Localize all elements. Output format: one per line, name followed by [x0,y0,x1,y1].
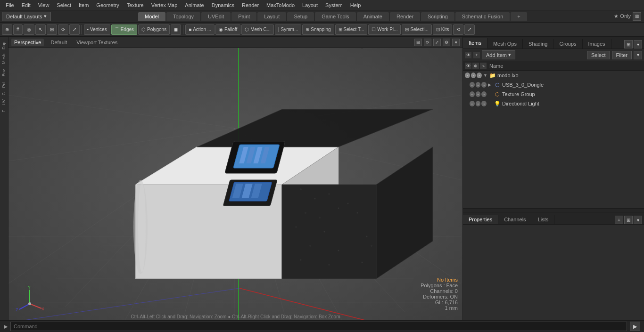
tool-mesh-component[interactable]: ⬡ Mesh C... [241,24,274,35]
expand-icon-1[interactable]: ▶ [488,82,493,87]
tool-edges[interactable]: ⌒ Edges [111,24,137,35]
tab-groups[interactable]: Groups [553,39,582,49]
sidebar-tab-mesh[interactable]: Mesh [0,52,8,66]
eye-col-1[interactable]: 👁 [465,52,471,58]
layout-selector[interactable]: Default Layouts ▾ [2,12,51,21]
row-eye-0[interactable]: • [465,73,470,78]
prop-expand-icon[interactable]: ⊞ [624,216,633,224]
tab-model[interactable]: Model [138,12,165,21]
tab-render[interactable]: Render [390,12,420,21]
menu-texture[interactable]: Texture [123,1,148,9]
row-eye-6[interactable]: • [470,91,475,97]
tab-animate[interactable]: Animate [357,12,389,21]
tool-work-plane[interactable]: ☐ Work Pl... [368,24,401,35]
tool-vertices[interactable]: • Vertices [84,24,110,35]
sidebar-tab-c[interactable]: C [0,90,8,97]
list-item-usb-dongle[interactable]: • • • ▶ ⬡ USB_3_0_Dongle [463,80,644,89]
tool-transform-icon[interactable]: ⊞ [47,24,57,35]
add-item-button[interactable]: Add Item ▾ [482,50,515,59]
maximize-icon[interactable]: ⊠ [633,12,641,21]
viewport-tab-default[interactable]: Default [48,39,70,46]
menu-file[interactable]: File [2,1,18,9]
row-eye-1[interactable]: • [471,73,476,78]
row-eye-4[interactable]: • [476,82,481,88]
tool-nav-2[interactable]: ⤢ [464,24,475,35]
tab-shading[interactable]: Shading [523,39,553,49]
row-eye-5[interactable]: • [481,82,487,88]
menu-edit[interactable]: Edit [18,1,34,9]
tab-images[interactable]: Images [583,39,611,49]
sidebar-tab-dup[interactable]: Dup. [0,39,8,51]
tab-paint[interactable]: Paint [231,12,256,21]
command-input[interactable] [10,322,627,331]
menu-layout[interactable]: Layout [298,1,322,9]
vp-fit-btn[interactable]: ⊞ [414,39,422,46]
tool-grid-icon[interactable]: # [13,24,23,35]
items-expand-icon[interactable]: ⊞ [624,40,633,49]
tool-rotate-icon[interactable]: ⟳ [58,24,68,35]
tool-polygons[interactable]: ⬡ Polygons [138,24,170,35]
viewport-tab-textures[interactable]: Viewport Textures [74,39,120,46]
row-eye-7[interactable]: • [476,91,481,97]
menu-vertex-map[interactable]: Vertex Map [148,1,182,9]
tab-mesh-ops[interactable]: Mesh Ops [487,39,523,49]
list-item-directional-light[interactable]: • • • 💡 Directional Light [463,99,644,108]
cmd-run-btn[interactable]: ▶ [630,322,640,331]
sidebar-tab-uv[interactable]: UV [0,97,8,107]
sidebar-tab-pol[interactable]: Pol. [0,79,8,90]
menu-maxtomode[interactable]: MaxToModo [263,1,298,9]
menu-system[interactable]: System [322,1,347,9]
tab-game-tools[interactable]: Game Tools [315,12,356,21]
vp-more-btn[interactable]: ▾ [452,39,460,46]
row-eye-8[interactable]: • [481,91,487,97]
row-eye-11[interactable]: • [481,101,487,106]
viewport-tab-perspective[interactable]: Perspective [11,39,44,46]
col-eye-2[interactable]: ⊕ [472,63,479,69]
prop-more-icon[interactable]: ▾ [634,216,642,224]
canvas-area[interactable]: No Items Polygons : Face Channels: 0 Def… [8,48,462,320]
menu-help[interactable]: Help [347,1,365,9]
list-item-modo-lxo[interactable]: • • • ▼ 📁 modo.lxo [463,71,644,80]
tab-lists[interactable]: Lists [532,215,555,224]
row-eye-10[interactable]: • [476,101,481,106]
tab-schematic-fusion[interactable]: Schematic Fusion [455,12,510,21]
row-eye-3[interactable]: • [470,82,475,88]
list-item-texture-group[interactable]: • • • ⬡ Texture Group [463,89,644,99]
vp-zoom-btn[interactable]: ⤢ [433,39,441,46]
menu-render[interactable]: Render [238,1,263,9]
items-more-icon[interactable]: ▾ [634,40,642,49]
vp-settings-btn[interactable]: ⚙ [443,39,450,46]
menu-geometry[interactable]: Geometry [92,1,123,9]
prop-plus-btn[interactable]: + [615,216,623,224]
tab-setup[interactable]: Setup [287,12,314,21]
sidebar-tab-env[interactable]: Env. [0,66,8,78]
tool-nav-1[interactable]: ⟲ [453,24,463,35]
tool-material[interactable]: ◼ [171,24,181,35]
menu-view[interactable]: View [34,1,53,9]
tool-snap-icon[interactable]: ⊕ [2,24,12,35]
tab-layout[interactable]: Layout [257,12,286,21]
tab-properties[interactable]: Properties [463,215,498,224]
eye-col-2[interactable]: + [473,52,480,58]
select-button[interactable]: Select [587,51,610,59]
items-toolbar-more-icon[interactable]: ▾ [634,51,642,59]
status-arrow-icon[interactable]: ▶ [4,324,8,330]
row-eye-2[interactable]: • [477,73,482,78]
col-eye-3[interactable]: ⌁ [480,63,487,69]
tab-topology[interactable]: Topology [166,12,200,21]
tool-selection[interactable]: ⊟ Selecti... [402,24,431,35]
menu-dynamics[interactable]: Dynamics [208,1,238,9]
filter-button[interactable]: Filter [612,51,632,59]
sidebar-tab-f[interactable]: F [0,108,8,114]
tool-kits[interactable]: ⊡ Kits [433,24,453,35]
tool-select-tool[interactable]: ⊞ Select T... [335,24,368,35]
tool-symmetry[interactable]: | Symm... [275,24,301,35]
tool-action[interactable]: ■ Action ... [185,24,215,35]
tab-items[interactable]: Items [463,38,487,49]
menu-item[interactable]: Item [75,1,92,9]
menu-select[interactable]: Select [53,1,75,9]
row-eye-9[interactable]: • [470,101,475,106]
vp-rotate-btn[interactable]: ⟳ [424,39,431,46]
menu-animate[interactable]: Animate [181,1,207,9]
tool-snapping[interactable]: ⊕ Snapping [302,24,334,35]
